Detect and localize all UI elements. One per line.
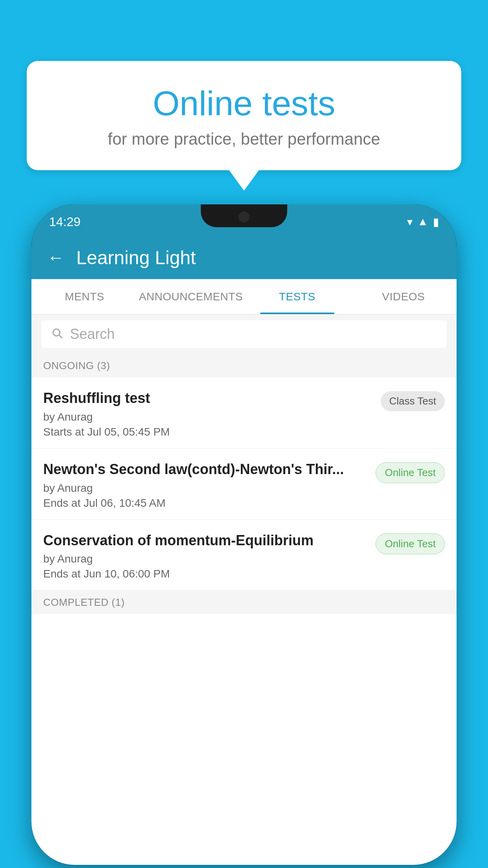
battery-icon: ▮ [433, 215, 439, 228]
tab-videos[interactable]: VIDEOS [350, 279, 457, 314]
app-header: ← Learning Light [31, 236, 457, 279]
test-author-2: by Anurag [43, 482, 368, 495]
status-icons: ▾ ▲ ▮ [407, 215, 439, 228]
test-time-1: Starts at Jul 05, 05:45 PM [43, 426, 373, 438]
ongoing-label: ONGOING (3) [43, 360, 110, 372]
app-title: Learning Light [76, 247, 196, 268]
tab-ments[interactable]: MENTS [31, 279, 138, 314]
notch [201, 204, 287, 227]
test-name-1: Reshuffling test [43, 389, 373, 408]
test-info-3: Conservation of momentum-Equilibrium by … [43, 531, 376, 581]
test-author-1: by Anurag [43, 411, 373, 423]
search-input-wrap[interactable]: Search [41, 320, 447, 348]
test-badge-1: Class Test [381, 391, 445, 411]
tab-announcements[interactable]: ANNOUNCEMENTS [138, 279, 244, 314]
bubble-subtitle: for more practice, better performance [42, 130, 446, 149]
section-ongoing: ONGOING (3) [31, 354, 457, 377]
completed-label: COMPLETED (1) [43, 596, 125, 609]
search-icon [51, 326, 63, 342]
test-item-3[interactable]: Conservation of momentum-Equilibrium by … [31, 520, 457, 591]
bubble-title: Online tests [42, 85, 446, 123]
test-time-2: Ends at Jul 06, 10:45 AM [43, 497, 368, 509]
test-time-3: Ends at Jun 10, 06:00 PM [43, 568, 368, 580]
svg-line-1 [59, 335, 62, 338]
section-completed: COMPLETED (1) [31, 590, 457, 614]
test-item-2[interactable]: Newton's Second law(contd)-Newton's Thir… [31, 449, 457, 520]
camera [238, 211, 250, 223]
tabs-bar: MENTS ANNOUNCEMENTS TESTS VIDEOS [31, 279, 457, 314]
test-list: Reshuffling test by Anurag Starts at Jul… [31, 377, 457, 865]
search-container: Search [31, 314, 457, 354]
test-name-2: Newton's Second law(contd)-Newton's Thir… [43, 460, 368, 479]
phone-frame: 14:29 ▾ ▲ ▮ ← Learning Light MENTS ANNOU… [31, 204, 457, 865]
test-item-1[interactable]: Reshuffling test by Anurag Starts at Jul… [31, 377, 457, 449]
test-author-3: by Anurag [43, 553, 368, 565]
test-name-3: Conservation of momentum-Equilibrium [43, 531, 368, 550]
test-info-1: Reshuffling test by Anurag Starts at Jul… [43, 389, 381, 438]
promo-bubble: Online tests for more practice, better p… [27, 61, 461, 170]
test-info-2: Newton's Second law(contd)-Newton's Thir… [43, 460, 376, 509]
tab-tests[interactable]: TESTS [244, 279, 350, 314]
search-placeholder: Search [70, 326, 115, 342]
status-time: 14:29 [49, 215, 81, 229]
back-button[interactable]: ← [47, 248, 64, 267]
signal-icon: ▲ [417, 215, 428, 228]
test-badge-3: Online Test [376, 533, 445, 554]
wifi-icon: ▾ [407, 215, 413, 228]
test-badge-2: Online Test [376, 462, 445, 483]
